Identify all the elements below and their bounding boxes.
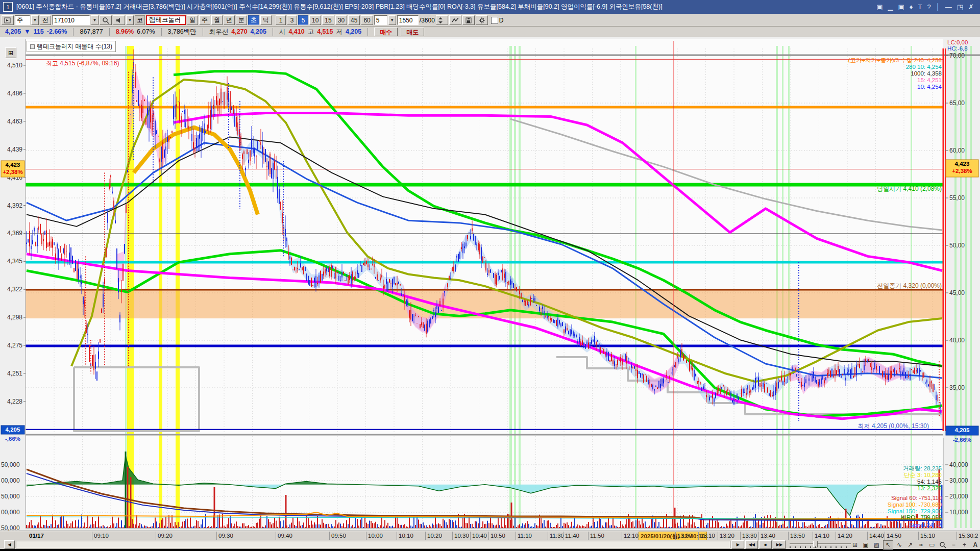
- tool-icon-4[interactable]: ∿: [895, 541, 904, 549]
- time-axis-label: 09:40: [276, 532, 292, 540]
- d-checkbox[interactable]: [491, 17, 498, 24]
- period-button-주[interactable]: 주: [199, 15, 210, 25]
- svg-text:00,000: 00,000: [1, 477, 20, 484]
- svg-text:4,228: 4,228: [7, 398, 22, 405]
- tool-icon-2[interactable]: ▨: [872, 541, 881, 549]
- bar-position-input[interactable]: 1550: [397, 15, 419, 25]
- stock-search-button[interactable]: [100, 15, 112, 25]
- period-button-분[interactable]: 분: [236, 15, 247, 25]
- tool-icon-7[interactable]: ▭: [927, 541, 937, 549]
- tool-icon-1[interactable]: ▣: [861, 541, 870, 549]
- svg-text:50,000: 50,000: [1, 524, 20, 531]
- time-axis-label: 09:30: [216, 532, 233, 540]
- svg-text:4,510: 4,510: [7, 62, 22, 69]
- svg-text:4,423: 4,423: [955, 161, 970, 167]
- svg-text:70,00: 70,00: [949, 52, 965, 59]
- price-change-pct: -2.66%: [47, 28, 67, 35]
- help-icon[interactable]: ?: [927, 3, 930, 11]
- line-mode-button[interactable]: [449, 15, 461, 25]
- tool-icon-5[interactable]: ↗: [905, 541, 915, 549]
- time-axis: 01/1709:1009:2009:3009:4009:5010:0010:10…: [0, 531, 980, 540]
- restore-icon[interactable]: ◳: [957, 3, 963, 11]
- buy-button[interactable]: 매수: [374, 28, 398, 36]
- svg-text:4,369: 4,369: [7, 230, 22, 237]
- app-window: { "window": { "icon_label": "1", "title"…: [0, 0, 980, 551]
- grid-settings-button[interactable]: ⊞: [5, 47, 16, 58]
- svg-text:280 10: 4,254: 280 10: 4,254: [906, 64, 942, 70]
- tick-count-dropdown-icon[interactable]: ▼: [388, 15, 396, 25]
- d-checkbox-label: D: [499, 17, 504, 24]
- speed-slider[interactable]: [790, 541, 848, 548]
- playback-button-2[interactable]: ■: [759, 540, 772, 549]
- secondary-pct: 6.07%: [137, 28, 155, 35]
- time-axis-label: 13:10: [698, 532, 715, 540]
- pin-icon[interactable]: ♦: [910, 3, 913, 11]
- tick-count-combo[interactable]: 5: [374, 15, 387, 25]
- interval-button-60[interactable]: 60: [361, 15, 373, 25]
- scroll-bars-button[interactable]: [436, 15, 448, 25]
- trade-amount: 3,786백만: [168, 28, 197, 36]
- prev-day-button[interactable]: 전: [40, 15, 51, 25]
- high-price: 4,515: [317, 28, 333, 35]
- slider-rail: [790, 543, 851, 544]
- sound-button[interactable]: [113, 15, 125, 25]
- playback-button-1[interactable]: ◀◀: [745, 540, 758, 549]
- font-icon[interactable]: T: [918, 3, 922, 11]
- playback-button-3[interactable]: ▶▶: [773, 540, 786, 549]
- tool-icon-3[interactable]: ↖: [883, 540, 893, 549]
- chart-canvas[interactable]: 4,5104,4864,4634,4394,4164,3924,3694,345…: [0, 37, 980, 531]
- stock-name-input[interactable]: 램테크놀러: [146, 15, 186, 25]
- svg-text:4,345: 4,345: [7, 258, 22, 265]
- tool-icon-0[interactable]: ⊞: [850, 541, 860, 549]
- interval-button-3[interactable]: 3: [287, 15, 297, 25]
- interval-button-45[interactable]: 45: [348, 15, 360, 25]
- period-button-일[interactable]: 일: [187, 15, 198, 25]
- stock-code-dropdown-icon[interactable]: ▼: [91, 15, 99, 25]
- minimize-icon[interactable]: —: [945, 3, 952, 11]
- cascade-icon[interactable]: ▣: [898, 3, 904, 11]
- font-size-button[interactable]: A: [971, 541, 980, 549]
- chart-settings-button[interactable]: [476, 15, 488, 25]
- hscroll-left-button[interactable]: ◀: [4, 540, 15, 549]
- sound-dropdown-icon[interactable]: ▼: [126, 15, 134, 25]
- period-type-dropdown-icon[interactable]: ▼: [31, 15, 39, 25]
- interval-button-5[interactable]: 5: [298, 15, 308, 25]
- hscroll-trough[interactable]: [16, 541, 730, 548]
- svg-text:10,000: 10,000: [949, 509, 968, 516]
- period-button-년[interactable]: 년: [224, 15, 235, 25]
- high-label: 고: [308, 28, 314, 36]
- popout-icon[interactable]: ▣: [876, 3, 883, 11]
- separator: [273, 28, 273, 36]
- interval-button-30[interactable]: 30: [335, 15, 347, 25]
- indicator-title[interactable]: 램테크놀러지 매물대 수(13): [27, 41, 116, 52]
- playback-button-0[interactable]: ▶: [731, 540, 744, 549]
- zoom-in-button[interactable]: +: [960, 541, 969, 549]
- zoom-out-button[interactable]: −: [949, 541, 958, 549]
- sell-button[interactable]: 매도: [401, 28, 424, 36]
- save-chart-button[interactable]: [462, 15, 475, 25]
- time-axis-label: 14:40: [867, 532, 884, 540]
- period-button-초[interactable]: 초: [248, 15, 259, 25]
- open-price: 4,410: [288, 28, 304, 35]
- svg-text:4,205: 4,205: [955, 427, 970, 433]
- turnover-pct: 8.96%: [116, 28, 134, 35]
- minimize-tray-icon[interactable]: ▁: [888, 3, 893, 11]
- tool-icon-6[interactable]: ≈: [916, 541, 925, 549]
- interval-button-15[interactable]: 15: [322, 15, 334, 25]
- svg-text:4,205: 4,205: [6, 427, 20, 433]
- svg-text:KIRO: -759,059: KIRO: -759,059: [901, 514, 942, 520]
- time-axis-label: 14:50: [885, 532, 901, 540]
- window-controls: ▣▁▣♦T?│—◳✗: [876, 3, 974, 11]
- chart-menu-button[interactable]: [2, 15, 14, 25]
- interval-button-10[interactable]: 10: [309, 15, 321, 25]
- separator: │: [936, 3, 940, 11]
- period-button-월[interactable]: 월: [211, 15, 223, 25]
- period-button-틱[interactable]: 틱: [260, 15, 272, 25]
- interval-button-1[interactable]: 1: [276, 15, 286, 25]
- stock-code-input[interactable]: 171010: [52, 15, 90, 25]
- svg-text:4,275: 4,275: [7, 342, 22, 349]
- period-type-combo[interactable]: 주: [15, 15, 30, 25]
- svg-text:당일시가 4,410 (2,08%): 당일시가 4,410 (2,08%): [877, 185, 942, 192]
- close-icon[interactable]: ✗: [968, 3, 974, 11]
- status-search-icon[interactable]: [938, 541, 947, 549]
